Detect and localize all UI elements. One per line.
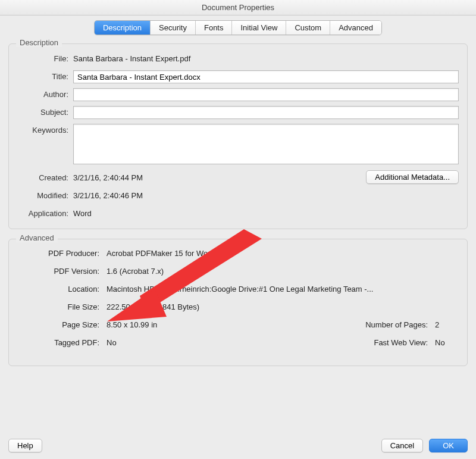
ok-button[interactable]: OK: [429, 439, 468, 452]
number-of-pages-value: 2: [435, 319, 459, 331]
description-group-label: Description: [16, 38, 62, 47]
subject-input[interactable]: [73, 106, 459, 119]
advanced-group-label: Advanced: [16, 233, 58, 242]
dialog-footer: Help Cancel OK: [0, 432, 476, 459]
author-input[interactable]: [73, 88, 459, 101]
tab-custom[interactable]: Custom: [286, 21, 330, 35]
tab-bar: Description Security Fonts Initial View …: [8, 20, 468, 35]
tab-security[interactable]: Security: [151, 21, 196, 35]
location-label: Location:: [17, 283, 107, 295]
file-label: File:: [17, 52, 73, 65]
tagged-pdf-value: No: [107, 337, 352, 349]
page-size-value: 8.50 x 10.99 in: [107, 319, 352, 331]
additional-metadata-button[interactable]: Additional Metadata...: [366, 170, 459, 184]
subject-label: Subject:: [17, 106, 73, 119]
pdf-version-label: PDF Version:: [17, 266, 107, 277]
modified-value: 3/21/16, 2:40:46 PM: [73, 189, 459, 202]
pdf-version-value: 1.6 (Acrobat 7.x): [107, 266, 459, 277]
modified-label: Modified:: [17, 189, 73, 202]
tagged-pdf-label: Tagged PDF:: [17, 337, 107, 349]
author-label: Author:: [17, 88, 73, 101]
help-button[interactable]: Help: [8, 439, 42, 452]
location-value: Macintosh HD:Users:rheinrich:Google Driv…: [107, 283, 459, 295]
fast-web-view-value: No: [435, 337, 459, 349]
cancel-button[interactable]: Cancel: [381, 439, 423, 452]
pdf-producer-label: PDF Producer:: [17, 248, 107, 260]
file-size-value: 222.50 KB (227,841 Bytes): [107, 301, 459, 313]
tab-initial-view[interactable]: Initial View: [232, 21, 286, 35]
file-value: Santa Barbara - Instant Expert.pdf: [73, 52, 459, 65]
description-group: Description File: Santa Barbara - Instan…: [8, 43, 468, 229]
keywords-input[interactable]: [73, 124, 459, 164]
keywords-label: Keywords:: [17, 124, 73, 137]
created-label: Created:: [17, 171, 73, 185]
pdf-producer-value: Acrobat PDFMaker 15 for Word: [107, 248, 459, 260]
page-size-label: Page Size:: [17, 319, 107, 331]
title-label: Title:: [17, 70, 73, 83]
application-value: Word: [73, 207, 459, 220]
title-input[interactable]: [73, 70, 459, 83]
advanced-group: Advanced PDF Producer: Acrobat PDFMaker …: [8, 239, 468, 366]
fast-web-view-label: Fast Web View:: [352, 337, 435, 349]
number-of-pages-label: Number of Pages:: [352, 319, 435, 331]
tab-fonts[interactable]: Fonts: [196, 21, 233, 35]
window-title: Document Properties: [0, 0, 476, 15]
file-size-label: File Size:: [17, 301, 107, 313]
tab-advanced[interactable]: Advanced: [330, 21, 381, 35]
application-label: Application:: [17, 207, 73, 220]
tab-description[interactable]: Description: [95, 21, 151, 35]
